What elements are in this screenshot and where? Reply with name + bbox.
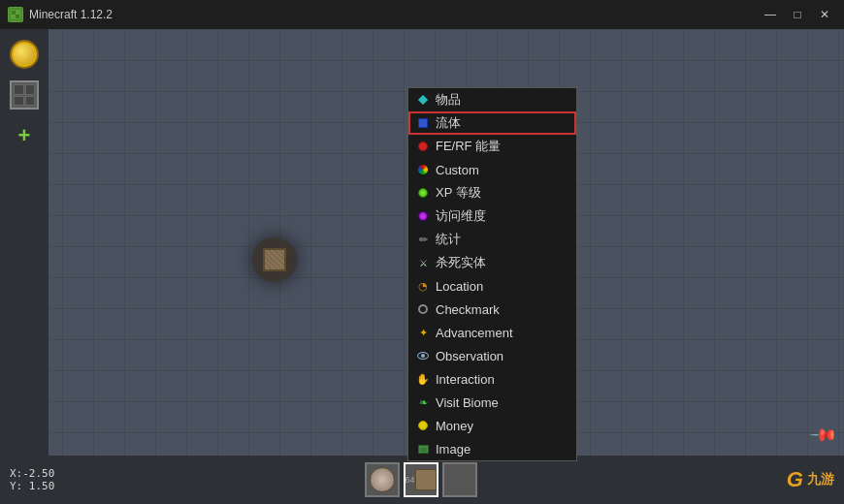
- menu-label-4: XP 等级: [436, 184, 481, 202]
- menu-label-3: Custom: [436, 163, 479, 177]
- jiuyou-g-icon: G: [787, 467, 803, 492]
- hotbar: 64: [365, 462, 477, 497]
- menu-item-14[interactable]: Money: [408, 414, 576, 437]
- money-icon: [416, 419, 430, 432]
- menu-item-12[interactable]: ✋ Interaction: [408, 367, 576, 391]
- jiuyou-branding: G 九游: [787, 467, 834, 492]
- menu-label-5: 访问维度: [436, 207, 486, 225]
- image-icon: [416, 442, 430, 456]
- menu-item-9[interactable]: Checkmark: [408, 298, 576, 321]
- menu-item-5[interactable]: 访问维度: [408, 205, 576, 228]
- svg-rect-1: [12, 11, 16, 15]
- app-icon: [8, 7, 23, 22]
- menu-label-14: Money: [436, 419, 473, 433]
- sidebar-item-coin[interactable]: [7, 37, 42, 72]
- game-area: + 物品 流体 FE/RF 能: [0, 29, 844, 504]
- menu-label-9: Checkmark: [436, 302, 500, 317]
- menu-item-4[interactable]: XP 等级: [408, 181, 576, 205]
- block-face: [263, 248, 286, 271]
- bottom-bar: X:-2.50 Y: 1.50 64 G 九游: [0, 456, 844, 504]
- menu-label-10: Advancement: [436, 326, 513, 340]
- menu-label-6: 统计: [436, 231, 461, 248]
- title-bar-left: Minecraft 1.12.2: [8, 7, 113, 22]
- close-button[interactable]: ✕: [813, 6, 836, 23]
- menu-item-0[interactable]: 物品: [408, 88, 576, 111]
- menu-item-15[interactable]: Image: [408, 437, 576, 460]
- menu-label-1: 流体: [436, 114, 461, 132]
- interaction-icon: ✋: [416, 372, 430, 386]
- center-block: [252, 237, 297, 282]
- menu-item-7[interactable]: ⚔ 杀死实体: [408, 251, 576, 274]
- menu-label-13: Visit Biome: [436, 395, 499, 410]
- menu-label-11: Observation: [436, 349, 503, 363]
- left-sidebar: +: [0, 29, 49, 504]
- dimension-icon: [416, 209, 430, 223]
- svg-marker-3: [418, 95, 428, 105]
- minimize-button[interactable]: —: [759, 6, 782, 23]
- hotbar-item-0: [370, 467, 395, 492]
- menu-label-15: Image: [436, 442, 471, 457]
- window-title: Minecraft 1.12.2: [29, 8, 113, 21]
- jiuyou-text: 九游: [807, 471, 834, 488]
- coord-x: X:-2.50: [10, 467, 54, 480]
- menu-item-2[interactable]: FE/RF 能量: [408, 135, 576, 158]
- menu-label-2: FE/RF 能量: [436, 138, 501, 155]
- hotbar-slot-1[interactable]: 64: [404, 462, 438, 497]
- sword-icon: ⚔: [416, 256, 430, 269]
- location-icon: ◔: [416, 279, 430, 293]
- coord-y: Y: 1.50: [10, 480, 54, 492]
- hotbar-item-1: [415, 469, 437, 490]
- menu-item-13[interactable]: ❧ Visit Biome: [408, 391, 576, 414]
- center-block-container: [252, 237, 297, 282]
- menu-item-3[interactable]: Custom: [408, 158, 576, 181]
- dropdown-menu: 物品 流体 FE/RF 能量 Custom XP: [407, 87, 577, 461]
- coin-icon: [10, 40, 39, 69]
- coordinates: X:-2.50 Y: 1.50: [10, 467, 54, 492]
- menu-label-7: 杀死实体: [436, 254, 486, 271]
- title-bar: Minecraft 1.12.2 — □ ✕: [0, 0, 844, 29]
- svg-rect-2: [16, 15, 19, 18]
- menu-label-8: Location: [436, 279, 483, 294]
- menu-label-12: Interaction: [436, 372, 495, 387]
- checkmark-icon: [416, 302, 430, 316]
- menu-label-0: 物品: [436, 91, 461, 109]
- maximize-button[interactable]: □: [786, 6, 809, 23]
- hotbar-slot-2[interactable]: [442, 462, 477, 497]
- menu-item-8[interactable]: ◔ Location: [408, 274, 576, 298]
- blue-square-icon: [416, 116, 430, 130]
- window-controls: — □ ✕: [759, 6, 836, 23]
- biome-icon: ❧: [416, 395, 430, 409]
- add-icon: +: [10, 121, 39, 150]
- menu-item-11[interactable]: Observation: [408, 344, 576, 367]
- sidebar-item-inventory[interactable]: [7, 78, 42, 112]
- menu-item-10[interactable]: ✦ Advancement: [408, 321, 576, 344]
- inventory-icon: [10, 80, 39, 110]
- red-circle-icon: [416, 140, 430, 153]
- multicolor-icon: [416, 163, 430, 176]
- menu-item-6[interactable]: ✏ 统计: [408, 228, 576, 251]
- sidebar-item-add[interactable]: +: [7, 118, 42, 153]
- hotbar-slot-0[interactable]: [365, 462, 400, 497]
- pen-icon: ✏: [416, 233, 430, 246]
- menu-item-1[interactable]: 流体: [408, 111, 576, 135]
- advancement-icon: ✦: [416, 326, 430, 339]
- teal-diamond-icon: [416, 93, 430, 107]
- observation-icon: [416, 349, 430, 362]
- xp-icon: [416, 186, 430, 200]
- hotbar-count-1: 64: [406, 475, 415, 485]
